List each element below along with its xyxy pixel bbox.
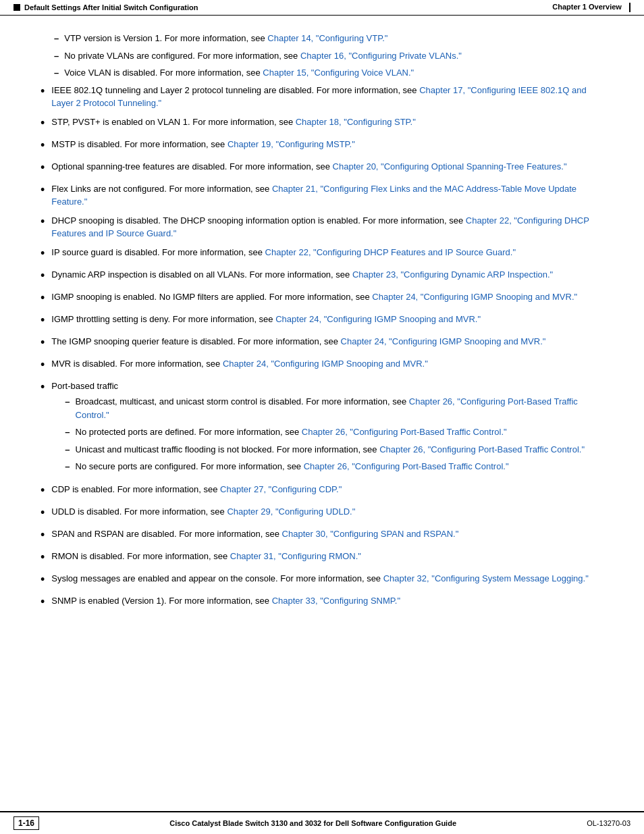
dash-item-vlans: – No private VLANs are configured. For m… xyxy=(54,49,603,63)
bullet-text: UDLD is disabled. For more information, … xyxy=(51,505,603,519)
bullet-dot: • xyxy=(41,267,45,285)
header-chapter-label: Chapter 1 Overview xyxy=(552,3,622,11)
bullet-text: RMON is disabled. For more information, … xyxy=(51,550,603,563)
bullet-text: Dynamic ARP inspection is disabled on al… xyxy=(51,268,603,282)
link-ch14[interactable]: Chapter 14, "Configuring VTP." xyxy=(267,33,387,43)
dash-text-voice-vlan: Voice VLAN is disabled. For more informa… xyxy=(64,66,603,80)
link-ch20[interactable]: Chapter 20, "Configuring Optional Spanni… xyxy=(333,161,567,172)
bullet-text: Syslog messages are enabled and appear o… xyxy=(51,572,603,585)
dash-symbol: – xyxy=(54,66,59,80)
link-ch29[interactable]: Chapter 29, "Configuring UDLD." xyxy=(227,506,355,517)
link-ch19[interactable]: Chapter 19, "Configuring MSTP." xyxy=(227,139,355,149)
link-ch33[interactable]: Chapter 33, "Configuring SNMP." xyxy=(272,596,400,606)
page: Default Settings After Initial Switch Co… xyxy=(0,0,644,834)
dash-symbol: – xyxy=(65,395,70,409)
bullet-dot: • xyxy=(41,526,45,544)
list-item-igmp-querier: • The IGMP snooping querier feature is d… xyxy=(41,335,603,352)
bullet-text: STP, PVST+ is enabled on VLAN 1. For mor… xyxy=(51,115,603,129)
bullet-text: IGMP throttling setting is deny. For mor… xyxy=(51,313,603,326)
list-item-cdp: • CDP is enabled. For more information, … xyxy=(41,483,603,500)
bullet-dot: • xyxy=(41,356,45,374)
list-item-mvr: • MVR is disabled. For more information,… xyxy=(41,357,603,374)
bullet-dot: • xyxy=(41,481,45,500)
dash-item-secure-ports: – No secure ports are configured. For mo… xyxy=(65,460,603,473)
link-ch27[interactable]: Chapter 27, "Configuring CDP." xyxy=(220,484,342,494)
dash-item-flooding: – Unicast and multicast traffic flooding… xyxy=(65,443,603,457)
bullet-dot: • xyxy=(41,136,45,155)
list-item-span: • SPAN and RSPAN are disabled. For more … xyxy=(41,527,603,544)
dash-text: No secure ports are configured. For more… xyxy=(76,460,509,473)
link-ch26c[interactable]: Chapter 26, "Configuring Port-Based Traf… xyxy=(379,444,585,454)
list-item-8021q: • IEEE 802.1Q tunneling and Layer 2 prot… xyxy=(41,84,603,110)
footer-doc-id: OL-13270-03 xyxy=(587,819,630,827)
list-item-optional-stp: • Optional spanning-tree features are di… xyxy=(41,160,603,177)
bullet-text: MVR is disabled. For more information, s… xyxy=(51,357,603,371)
bullet-dot: • xyxy=(41,504,45,522)
bullet-dot: • xyxy=(41,289,45,307)
bullet-dot: • xyxy=(41,181,45,199)
dash-item-protected-ports: – No protected ports are defined. For mo… xyxy=(65,425,603,439)
bullet-text: CDP is enabled. For more information, se… xyxy=(51,483,603,496)
list-item-port-based-traffic: • Port-based traffic – Broadcast, multic… xyxy=(41,380,603,477)
bullet-dot: • xyxy=(41,378,45,396)
link-ch32[interactable]: Chapter 32, "Configuring System Message … xyxy=(383,573,589,583)
link-ch24a[interactable]: Chapter 24, "Configuring IGMP Snooping a… xyxy=(372,292,577,302)
bullet-dot: • xyxy=(41,114,45,132)
main-bullet-list: • IEEE 802.1Q tunneling and Layer 2 prot… xyxy=(41,84,603,611)
link-ch30[interactable]: Chapter 30, "Configuring SPAN and RSPAN.… xyxy=(282,529,459,539)
main-content: – VTP version is Version 1. For more inf… xyxy=(0,16,644,657)
bullet-text: SNMP is enabled (Version 1). For more in… xyxy=(51,594,603,608)
link-ch16[interactable]: Chapter 16, "Configuring Private VLANs." xyxy=(300,51,462,61)
list-item-mstp: • MSTP is disabled. For more information… xyxy=(41,138,603,155)
bullet-dot: • xyxy=(41,334,45,352)
list-item-syslog: • Syslog messages are enabled and appear… xyxy=(41,572,603,589)
list-item-flex-links: • Flex Links are not configured. For mor… xyxy=(41,182,603,209)
top-dash-list: – VTP version is Version 1. For more inf… xyxy=(54,32,603,80)
bullet-dot: • xyxy=(41,593,45,611)
link-ch22a[interactable]: Chapter 22, "Configuring DHCP Features a… xyxy=(51,215,589,239)
bullet-text: MSTP is disabled. For more information, … xyxy=(51,138,603,151)
list-item-igmp-throttling: • IGMP throttling setting is deny. For m… xyxy=(41,313,603,330)
link-ch26d[interactable]: Chapter 26, "Configuring Port-Based Traf… xyxy=(304,461,509,471)
list-item-dynamic-arp: • Dynamic ARP inspection is disabled on … xyxy=(41,268,603,285)
link-ch15[interactable]: Chapter 15, "Configuring Voice VLAN." xyxy=(263,68,414,78)
bullet-text: IP source guard is disabled. For more in… xyxy=(51,246,603,259)
bullet-dot: • xyxy=(41,213,45,231)
bullet-dot: • xyxy=(41,244,45,263)
bullet-text: Port-based traffic – Broadcast, multicas… xyxy=(51,380,603,477)
link-ch24d[interactable]: Chapter 24, "Configuring IGMP Snooping a… xyxy=(223,359,428,369)
link-ch24c[interactable]: Chapter 24, "Configuring IGMP Snooping a… xyxy=(341,336,546,346)
port-based-sublist: – Broadcast, multicast, and unicast stor… xyxy=(65,395,603,473)
footer-title: Cisco Catalyst Blade Switch 3130 and 303… xyxy=(39,819,587,827)
link-ch18[interactable]: Chapter 18, "Configuring STP." xyxy=(296,117,416,127)
dash-symbol: – xyxy=(65,443,70,457)
link-ch26b[interactable]: Chapter 26, "Configuring Port-Based Traf… xyxy=(302,427,507,437)
dash-item-voice-vlan: – Voice VLAN is disabled. For more infor… xyxy=(54,66,603,80)
link-ch26a[interactable]: Chapter 26, "Configuring Port-Based Traf… xyxy=(76,396,578,420)
link-ch17[interactable]: Chapter 17, "Configuring IEEE 802.1Q and… xyxy=(51,85,586,109)
header-rule xyxy=(629,3,630,12)
page-footer: 1-16 Cisco Catalyst Blade Switch 3130 an… xyxy=(0,811,644,834)
bullet-text: The IGMP snooping querier feature is dis… xyxy=(51,335,603,348)
list-item-stp: • STP, PVST+ is enabled on VLAN 1. For m… xyxy=(41,115,603,132)
dash-text-vtp: VTP version is Version 1. For more infor… xyxy=(64,32,603,45)
bullet-dot: • xyxy=(41,548,45,567)
list-item-ip-source-guard: • IP source guard is disabled. For more … xyxy=(41,246,603,263)
dash-symbol: – xyxy=(65,425,70,439)
bullet-dot: • xyxy=(41,311,45,330)
bullet-text: Optional spanning-tree features are disa… xyxy=(51,160,603,174)
page-header: Default Settings After Initial Switch Co… xyxy=(0,0,644,16)
list-item-udld: • UDLD is disabled. For more information… xyxy=(41,505,603,522)
bullet-text: DHCP snooping is disabled. The DHCP snoo… xyxy=(51,214,603,240)
page-number: 1-16 xyxy=(14,816,39,830)
link-ch31[interactable]: Chapter 31, "Configuring RMON." xyxy=(230,551,361,561)
bullet-text: IGMP snooping is enabled. No IGMP filter… xyxy=(51,290,603,304)
link-ch24b[interactable]: Chapter 24, "Configuring IGMP Snooping a… xyxy=(275,314,481,324)
link-ch21[interactable]: Chapter 21, "Configuring Flex Links and … xyxy=(51,184,576,207)
list-item-igmp-snooping: • IGMP snooping is enabled. No IGMP filt… xyxy=(41,290,603,307)
bullet-dot: • xyxy=(41,159,45,177)
dash-symbol: – xyxy=(54,32,59,45)
link-ch23[interactable]: Chapter 23, "Configuring Dynamic ARP Ins… xyxy=(352,269,553,280)
link-ch22b[interactable]: Chapter 22, "Configuring DHCP Features a… xyxy=(265,247,516,257)
bullet-text: SPAN and RSPAN are disabled. For more in… xyxy=(51,527,603,541)
